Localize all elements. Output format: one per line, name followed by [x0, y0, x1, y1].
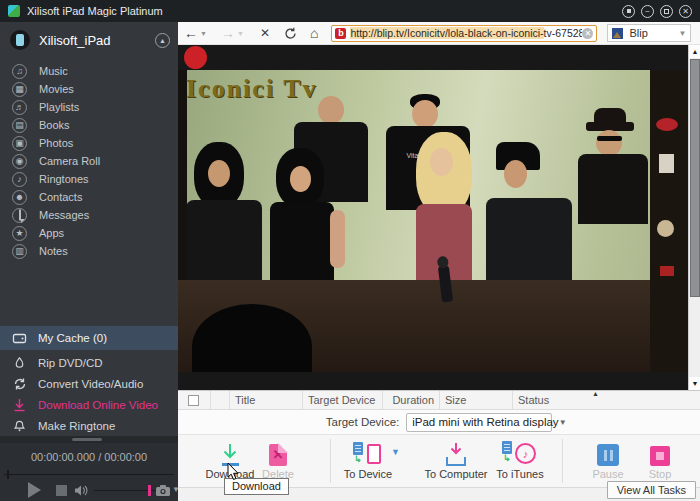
main-panel: ← ▼ → ▼ ✕ ⌂ b http://blip.tv/Iconicitv/l… — [178, 22, 700, 501]
sort-asc-icon[interactable]: ▲ — [592, 390, 599, 397]
contact-icon: ☻ — [12, 190, 27, 205]
window-title: Xilisoft iPad Magic Platinum — [27, 5, 163, 17]
sidebar-item-messages[interactable]: Messages — [0, 206, 178, 224]
snapshot-camera-icon[interactable] — [155, 484, 171, 497]
site-select-caret[interactable]: ▼ — [678, 29, 686, 38]
music-icon: ♫ — [12, 64, 27, 79]
page-scrollbar[interactable]: ▲ ▼ — [688, 45, 700, 390]
back-button[interactable]: ← — [184, 26, 198, 40]
sidebar-item-ringtones[interactable]: ♪ Ringtones — [0, 170, 178, 188]
target-device-caret: ▼ — [559, 418, 567, 427]
device-icon — [10, 30, 30, 50]
speaker-icon[interactable] — [74, 484, 88, 497]
page-logo-partial — [184, 46, 207, 69]
blip-favicon: b — [335, 28, 346, 39]
apps-icon: ★ — [12, 226, 27, 241]
sidebar-item-movies[interactable]: ▦ Movies — [0, 80, 178, 98]
task-table-header: Title Target Device Duration Size Status… — [178, 390, 700, 410]
scroll-up-icon[interactable]: ▲ — [689, 45, 700, 58]
mini-player: 00:00:00.000 / 00:00:00 ▼ — [0, 443, 178, 501]
column-target-device[interactable]: Target Device — [303, 391, 383, 409]
sidebar: Xilisoft_iPad ▲ ♫ Music ▦ Movies ♬ Playl… — [0, 22, 178, 501]
volume-handle[interactable] — [148, 485, 151, 496]
delete-button[interactable]: ✕ Delete — [243, 439, 313, 480]
sidebar-item-playlists[interactable]: ♬ Playlists — [0, 98, 178, 116]
playlist-icon: ♬ — [12, 100, 27, 115]
stop-icon — [625, 439, 695, 466]
browser-content: Vital Remains — [178, 45, 700, 390]
select-all-cell — [178, 391, 211, 409]
column-status[interactable]: Status — [513, 391, 700, 409]
refresh-button[interactable] — [284, 27, 297, 40]
forward-history-caret[interactable]: ▼ — [237, 30, 244, 37]
column-size[interactable]: Size — [440, 391, 513, 409]
forward-button[interactable]: → — [221, 26, 235, 40]
scrollbar-thumb[interactable] — [690, 59, 700, 297]
back-history-caret[interactable]: ▼ — [200, 30, 207, 37]
sidebar-item-contacts[interactable]: ☻ Contacts — [0, 188, 178, 206]
scroll-down-icon[interactable]: ▼ — [689, 377, 700, 390]
to-itunes-button[interactable]: ↳ ♪ To iTunes — [485, 439, 555, 480]
tray-button[interactable] — [622, 5, 635, 18]
bell-icon — [12, 419, 27, 433]
eject-icon[interactable]: ▲ — [155, 33, 170, 48]
maximize-button[interactable] — [660, 5, 673, 18]
photo-icon: ▣ — [12, 136, 27, 151]
sidebar-item-photos[interactable]: ▣ Photos — [0, 134, 178, 152]
blip-site-logo — [612, 28, 623, 39]
clear-url-icon[interactable]: ✕ — [582, 28, 593, 39]
column-title[interactable]: Title — [230, 391, 303, 409]
flame-icon — [12, 356, 27, 370]
stop-loading-button[interactable]: ✕ — [260, 26, 270, 40]
url-bar[interactable]: b http://blip.tv/Iconicitv/lola-black-on… — [331, 25, 597, 42]
delete-doc-icon: ✕ — [243, 439, 313, 466]
target-device-row: Target Device: iPad mini with Retina dis… — [178, 410, 700, 435]
target-device-select[interactable]: iPad mini with Retina display ▼ — [406, 413, 552, 432]
title-bar: Xilisoft iPad Magic Platinum − ✕ — [0, 0, 700, 22]
sidebar-item-convert[interactable]: Convert Video/Audio — [0, 373, 178, 394]
stop-playback-button[interactable] — [56, 485, 67, 496]
video-overlay-title: Iconici Tv — [186, 74, 317, 104]
sidebar-item-rip-dvd[interactable]: Rip DVD/CD — [0, 352, 178, 373]
device-library-nav: ♫ Music ▦ Movies ♬ Playlists ▤ Books ▣ P… — [0, 58, 178, 260]
to-itunes-icon: ↳ ♪ — [485, 439, 555, 466]
panel-divider[interactable] — [0, 436, 178, 443]
sidebar-item-camera-roll[interactable]: ◉ Camera Roll — [0, 152, 178, 170]
url-text[interactable]: http://blip.tv/Iconicitv/lola-black-on-i… — [350, 27, 582, 39]
stop-button[interactable]: Stop — [625, 439, 695, 480]
site-select[interactable]: Blip ▼ — [607, 24, 691, 42]
device-name: Xilisoft_iPad — [39, 33, 111, 48]
camera-icon: ◉ — [12, 154, 27, 169]
app-icon — [8, 5, 20, 17]
close-button[interactable]: ✕ — [679, 5, 692, 18]
convert-sync-icon — [12, 377, 27, 391]
column-duration[interactable]: Duration — [383, 391, 440, 409]
sidebar-item-books[interactable]: ▤ Books — [0, 116, 178, 134]
sidebar-item-apps[interactable]: ★ Apps — [0, 224, 178, 242]
to-device-button[interactable]: ↳ To Device ▼ — [333, 439, 403, 480]
sidebar-item-music[interactable]: ♫ Music — [0, 62, 178, 80]
view-all-tasks-button[interactable]: View All Tasks — [607, 481, 696, 499]
notes-icon: ▥ — [12, 244, 27, 259]
select-all-checkbox[interactable] — [188, 395, 199, 406]
poster-wall — [650, 70, 688, 372]
sidebar-item-make-ringtone[interactable]: Make Ringtone — [0, 415, 178, 436]
minimize-button[interactable]: − — [641, 5, 654, 18]
download-icon — [12, 398, 27, 412]
play-button[interactable] — [28, 482, 41, 498]
to-computer-icon — [421, 439, 491, 466]
seek-bar[interactable] — [4, 474, 174, 475]
sidebar-item-notes[interactable]: ▥ Notes — [0, 242, 178, 260]
cache-drive-icon — [12, 328, 27, 349]
column-thumbnail[interactable] — [211, 391, 230, 409]
to-computer-button[interactable]: To Computer — [421, 439, 491, 480]
mouse-cursor — [227, 462, 240, 481]
sidebar-item-download-online-video[interactable]: Download Online Video — [0, 394, 178, 415]
target-device-label: Target Device: — [326, 416, 400, 428]
to-device-options-caret[interactable]: ▼ — [391, 447, 400, 457]
home-button[interactable]: ⌂ — [310, 25, 318, 41]
ringtone-icon: ♪ — [12, 172, 27, 187]
sidebar-item-my-cache[interactable]: My Cache (0) — [0, 326, 178, 350]
movies-icon: ▦ — [12, 82, 27, 97]
message-icon — [12, 208, 27, 223]
